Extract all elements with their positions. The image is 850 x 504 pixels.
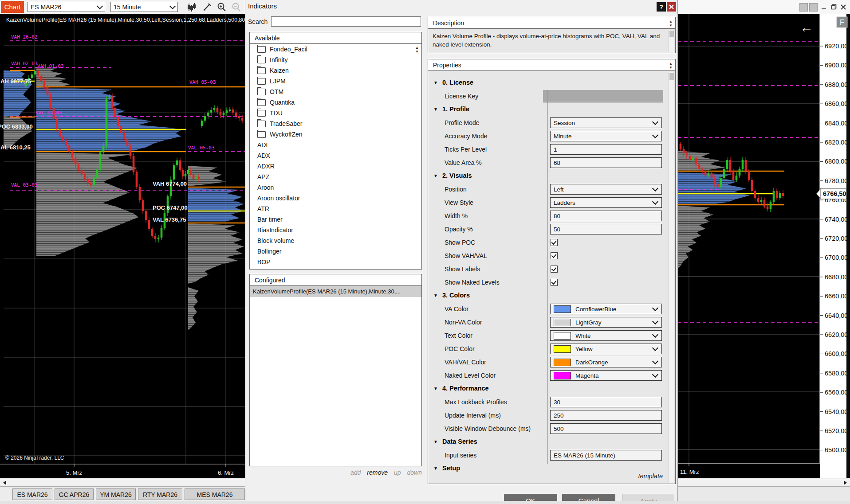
- property-poc-color-dropdown[interactable]: Yellow: [550, 344, 662, 354]
- property-label: Accuracy Mode: [445, 133, 487, 140]
- scrollbar[interactable]: [669, 72, 674, 483]
- property-input-series-input[interactable]: ES MAR26 (15 Minute): [550, 450, 662, 461]
- configured-item-selected[interactable]: KaizenVolumeProfile(ES MAR26 (15 Minute)…: [250, 286, 421, 297]
- property-non-va-color-dropdown[interactable]: LightGray: [550, 317, 662, 328]
- property-show-labels-checkbox[interactable]: [551, 266, 558, 273]
- tab-ym-mar26[interactable]: YM MAR26: [96, 488, 136, 500]
- section-3-colors[interactable]: ▼3. Colors: [433, 292, 470, 299]
- scroll-right-icon[interactable]: [842, 479, 849, 486]
- available-folder[interactable]: OTM: [250, 86, 421, 97]
- property-max-lookback-profiles-input[interactable]: 30: [550, 397, 662, 407]
- chart-style-icon[interactable]: [186, 2, 197, 12]
- scrollbar-thumb[interactable]: [669, 31, 674, 37]
- restore-icon[interactable]: [830, 3, 838, 11]
- close-window-icon[interactable]: [839, 3, 847, 11]
- tab-mes-mar26[interactable]: MES MAR26: [185, 488, 245, 500]
- available-indicator[interactable]: Bollinger: [250, 246, 421, 257]
- svg-text:VAH 26-02: VAH 26-02: [11, 34, 38, 40]
- property-license-key-masked-field[interactable]: [543, 90, 663, 102]
- available-folder[interactable]: Quantika: [250, 97, 421, 108]
- available-indicator[interactable]: BiasIndicator: [250, 225, 421, 235]
- section-data-series[interactable]: ▼Data Series: [433, 438, 477, 445]
- zoom-out-icon[interactable]: [231, 2, 242, 12]
- available-indicator[interactable]: APZ: [250, 172, 421, 182]
- folder-icon: [257, 67, 266, 74]
- panel-collapse-arrows[interactable]: ▲▼: [668, 20, 673, 27]
- property-label: Position: [445, 186, 467, 193]
- property-opacity--input[interactable]: 50: [550, 224, 662, 234]
- available-folder[interactable]: Kaizen: [250, 65, 421, 76]
- property-view-style-dropdown[interactable]: Ladders: [550, 197, 662, 208]
- available-folder[interactable]: TradeSaber: [250, 118, 421, 129]
- scroll-left-icon[interactable]: [1, 479, 8, 486]
- available-indicator[interactable]: ADL: [250, 140, 421, 150]
- section-0-license[interactable]: ▼0. License: [433, 79, 473, 86]
- section-setup[interactable]: ▼Setup: [433, 465, 460, 472]
- zoom-in-icon[interactable]: [216, 2, 227, 12]
- property-update-interval-ms--input[interactable]: 250: [550, 410, 662, 421]
- property-accuracy-mode-dropdown[interactable]: Minute: [550, 131, 662, 141]
- configured-list[interactable]: KaizenVolumeProfile(ES MAR26 (15 Minute)…: [250, 286, 421, 466]
- property-value-area--input[interactable]: 68: [550, 157, 662, 168]
- available-indicator[interactable]: ATR: [250, 203, 421, 214]
- svg-text:6900,00: 6900,00: [825, 62, 848, 69]
- property-visible-window-debounce-ms--input[interactable]: 500: [550, 423, 662, 434]
- arrow-up-icon[interactable]: ▲: [669, 62, 673, 66]
- available-list[interactable]: Fondeo_FacilInfinityKaizenLJPMOTMQuantik…: [250, 44, 421, 269]
- right-chart[interactable]: 6920,006900,006880,006860,006840,006820,…: [678, 14, 850, 478]
- close-dialog-button[interactable]: [667, 2, 676, 12]
- property-show-poc-checkbox[interactable]: [551, 239, 558, 246]
- property-show-naked-levels-checkbox[interactable]: [551, 279, 558, 286]
- template-link[interactable]: template: [428, 473, 663, 480]
- available-indicator[interactable]: ADX: [250, 150, 421, 161]
- property-position-dropdown[interactable]: Left: [550, 184, 662, 195]
- svg-text:6680,00: 6680,00: [825, 273, 848, 281]
- section-4-performance[interactable]: ▼4. Performance: [433, 385, 489, 392]
- available-folder[interactable]: LJPM: [250, 76, 421, 86]
- workspace-icon[interactable]: [809, 3, 818, 12]
- property-width--input[interactable]: 80: [550, 211, 662, 221]
- tab-gc-apr26[interactable]: GC APR26: [55, 488, 94, 500]
- available-folder[interactable]: Fondeo_Facil: [250, 44, 421, 55]
- property-naked-level-color-dropdown[interactable]: Magenta: [550, 370, 662, 381]
- scrollbar[interactable]: [669, 30, 674, 52]
- available-folder[interactable]: TDU: [250, 108, 421, 118]
- scrollbar-thumb[interactable]: [669, 73, 674, 80]
- remove-link[interactable]: remove: [367, 469, 388, 476]
- available-folder[interactable]: WyckoffZen: [250, 129, 421, 140]
- left-chart[interactable]: VAH 26-02VAH 02-03VAH 01-03VAH 05-03VAL …: [0, 14, 245, 478]
- property-show-vah-val-checkbox[interactable]: [551, 252, 558, 259]
- section-1-profile[interactable]: ▼1. Profile: [433, 105, 469, 113]
- property-profile-mode-dropdown[interactable]: Session: [550, 117, 662, 128]
- available-indicator[interactable]: Aroon oscillator: [250, 193, 421, 203]
- right-chart-hscrollbar[interactable]: [678, 479, 850, 487]
- minimize-icon[interactable]: [820, 3, 828, 11]
- section-2-visuals[interactable]: ▼2. Visuals: [433, 172, 472, 179]
- workspace-icon[interactable]: [799, 3, 808, 12]
- property-ticks-per-level-input[interactable]: 1: [550, 144, 662, 155]
- svg-text:VAH 05-03: VAH 05-03: [189, 79, 216, 85]
- search-input[interactable]: [271, 16, 421, 27]
- panel-collapse-arrows[interactable]: ▲▼: [668, 62, 673, 70]
- available-indicator[interactable]: Aroon: [250, 182, 421, 193]
- available-indicator[interactable]: Block volume: [250, 235, 421, 246]
- help-button[interactable]: ?: [657, 2, 666, 12]
- chart-button[interactable]: Chart: [1, 1, 24, 13]
- property-value: ES MAR26 (15 Minute): [554, 452, 615, 459]
- arrow-down-icon[interactable]: ▼: [669, 23, 673, 27]
- property-text-color-dropdown[interactable]: White: [550, 330, 662, 341]
- tab-rty-mar26[interactable]: RTY MAR26: [138, 488, 182, 500]
- instrument-select[interactable]: ES MAR26: [28, 2, 105, 12]
- available-indicator[interactable]: ADXR: [250, 161, 421, 172]
- property-vah-val-color-dropdown[interactable]: DarkOrange: [550, 357, 662, 367]
- draw-pencil-icon[interactable]: [202, 2, 212, 12]
- left-chart-hscrollbar[interactable]: [0, 479, 245, 487]
- tab-es-mar26[interactable]: ES MAR26: [12, 488, 52, 500]
- arrow-up-icon[interactable]: ▲: [669, 20, 673, 23]
- available-folder[interactable]: Infinity: [250, 55, 421, 65]
- arrow-down-icon[interactable]: ▼: [669, 66, 673, 70]
- available-indicator[interactable]: Bar timer: [250, 214, 421, 225]
- interval-select[interactable]: 15 Minute: [110, 2, 178, 12]
- property-va-color-dropdown[interactable]: CornflowerBlue: [550, 304, 662, 314]
- available-indicator[interactable]: BOP: [250, 257, 421, 267]
